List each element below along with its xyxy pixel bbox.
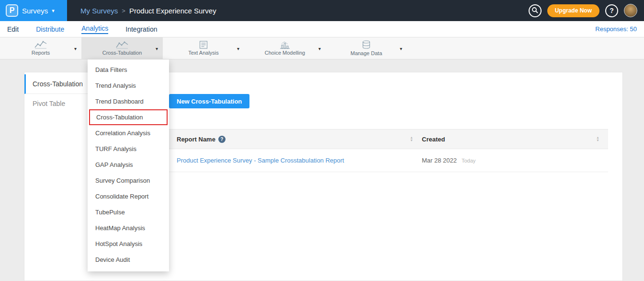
- breadcrumb-my-surveys[interactable]: My Surveys: [80, 7, 118, 15]
- nav-item-integration[interactable]: Integration: [125, 25, 157, 33]
- created-note: Today: [462, 158, 475, 164]
- nav-item-edit[interactable]: Edit: [7, 25, 19, 33]
- chevron-down-icon: ▾: [74, 46, 77, 51]
- search-button[interactable]: [529, 4, 542, 17]
- chevron-down-icon: ▾: [318, 46, 321, 51]
- column-header-report-name: Report Name ? ▲▼: [169, 136, 422, 143]
- menu-item-trend-dashboard[interactable]: Trend Dashboard: [88, 94, 169, 109]
- toolbar-item-choice-modelling[interactable]: Choice Modelling ▾: [244, 37, 326, 59]
- search-icon: [531, 7, 538, 15]
- toolbar-label: Choice Modelling: [265, 50, 305, 56]
- top-bar: P Surveys ▾ My Surveys > Product Experie…: [0, 0, 644, 21]
- breadcrumb-current-survey: Product Experience Survey: [129, 7, 216, 15]
- menu-item-device-audit[interactable]: Device Audit: [88, 252, 169, 268]
- created-header-label: Created: [422, 136, 445, 143]
- proprofs-logo-icon: P: [6, 4, 18, 17]
- menu-item-turf-analysis[interactable]: TURF Analysis: [88, 141, 169, 157]
- breadcrumb: My Surveys > Product Experience Survey: [80, 7, 216, 15]
- text-grid-icon: [199, 41, 208, 49]
- line-chart-icon: [116, 41, 128, 49]
- toolbar-item-text-analysis[interactable]: Text Analysis ▾: [163, 37, 244, 59]
- report-name-header-label: Report Name: [177, 136, 215, 143]
- topbar-actions: Upgrade Now ?: [529, 4, 644, 17]
- report-name-cell: Product Experience Survey - Sample Cross…: [169, 157, 422, 164]
- created-cell: Mar 28 2022 Today: [422, 157, 608, 164]
- database-icon: [362, 40, 371, 49]
- sort-down-icon: ▼: [596, 139, 599, 142]
- toolbar-item-reports[interactable]: Reports ▾: [0, 37, 81, 59]
- toolbar-label: Cross-Tabulation: [102, 50, 142, 56]
- toolbar-label: Text Analysis: [188, 50, 219, 56]
- sort-down-icon: ▼: [410, 139, 413, 142]
- bar-chart-icon: [280, 41, 290, 49]
- cross-tabulation-dropdown-menu: Data Filters Trend Analysis Trend Dashbo…: [88, 59, 169, 271]
- nav-item-analytics[interactable]: Analytics: [81, 24, 108, 34]
- created-date: Mar 28 2022: [422, 157, 457, 164]
- table-row: Product Experience Survey - Sample Cross…: [169, 149, 608, 172]
- toolbar-item-manage-data[interactable]: Manage Data ▾: [326, 37, 407, 59]
- panel-main-area: New Cross-Tabulation Report Name ? ▲▼ Cr…: [113, 72, 622, 281]
- product-switcher[interactable]: P Surveys ▾: [0, 0, 67, 21]
- menu-item-cross-tabulation[interactable]: Cross-Tabulation: [89, 109, 168, 125]
- menu-item-hotspot-analysis[interactable]: HotSpot Analysis: [88, 236, 169, 252]
- menu-item-heatmap-analysis[interactable]: HeatMap Analysis: [88, 220, 169, 236]
- analytics-toolbar: Reports ▾ Cross-Tabulation ▾ Text Analys…: [0, 37, 644, 59]
- user-avatar[interactable]: [624, 4, 637, 17]
- chevron-down-icon: ▾: [237, 46, 239, 51]
- table-header-row: Report Name ? ▲▼ Created ▲▼: [169, 129, 608, 149]
- menu-item-survey-comparison[interactable]: Survey Comparison: [88, 173, 169, 188]
- menu-item-consolidate-report[interactable]: Consolidate Report: [88, 188, 169, 204]
- menu-item-trend-analysis[interactable]: Trend Analysis: [88, 78, 169, 94]
- menu-item-tubepulse[interactable]: TubePulse: [88, 204, 169, 220]
- responses-count[interactable]: Responses: 50: [595, 25, 637, 33]
- toolbar-label: Reports: [32, 50, 50, 56]
- menu-item-data-filters[interactable]: Data Filters: [88, 62, 169, 78]
- survey-nav: Edit Distribute Analytics Integration Re…: [0, 21, 644, 37]
- new-cross-tabulation-button[interactable]: New Cross-Tabulation: [169, 94, 249, 108]
- product-name: Surveys: [22, 7, 48, 15]
- chevron-down-icon: ▾: [400, 46, 402, 51]
- breadcrumb-separator: >: [122, 7, 125, 14]
- reports-table: Report Name ? ▲▼ Created ▲▼ Product Expe…: [169, 129, 608, 172]
- menu-item-correlation-analysis[interactable]: Correlation Analysis: [88, 125, 169, 141]
- column-header-created: Created ▲▼: [422, 136, 608, 143]
- nav-item-distribute[interactable]: Distribute: [36, 25, 64, 33]
- help-button[interactable]: ?: [605, 4, 618, 17]
- toolbar-label: Manage Data: [350, 50, 382, 56]
- sort-created-control[interactable]: ▲▼: [596, 136, 599, 142]
- line-chart-icon: [34, 41, 47, 49]
- report-name-help-icon[interactable]: ?: [218, 136, 226, 143]
- menu-item-gap-analysis[interactable]: GAP Analysis: [88, 157, 169, 173]
- chevron-down-icon: ▾: [52, 8, 55, 14]
- toolbar-item-cross-tabulation[interactable]: Cross-Tabulation ▾: [81, 37, 163, 59]
- sort-report-name-control[interactable]: ▲▼: [410, 136, 413, 142]
- upgrade-now-button[interactable]: Upgrade Now: [547, 4, 599, 17]
- report-link[interactable]: Product Experience Survey - Sample Cross…: [177, 157, 344, 164]
- chevron-down-icon: ▾: [156, 46, 158, 51]
